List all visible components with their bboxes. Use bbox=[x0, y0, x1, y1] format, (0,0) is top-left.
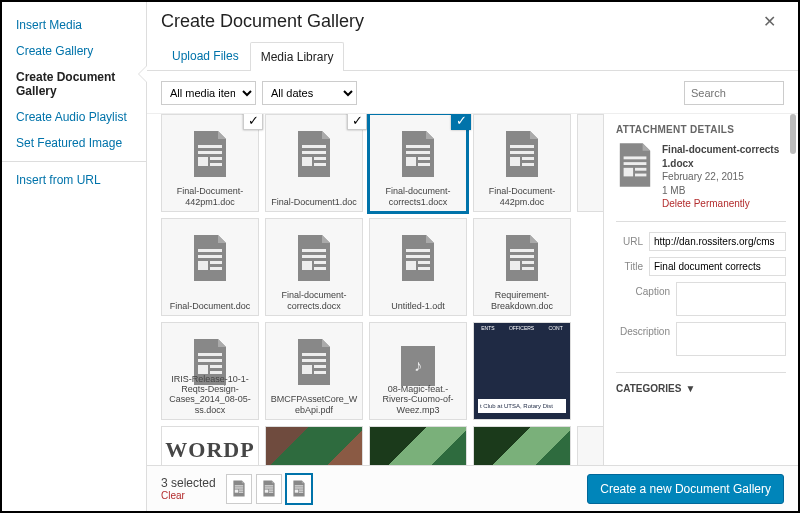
document-icon bbox=[502, 235, 542, 285]
document-icon bbox=[190, 235, 230, 285]
selection-thumb[interactable] bbox=[286, 474, 312, 504]
nav-insert-media[interactable]: Insert Media bbox=[2, 12, 146, 38]
details-scrollbar[interactable] bbox=[790, 114, 796, 154]
details-thumbnail-icon bbox=[616, 143, 654, 187]
document-icon bbox=[502, 131, 542, 181]
check-icon[interactable]: ✓ bbox=[347, 114, 367, 130]
title-field[interactable] bbox=[649, 257, 786, 276]
media-modal: Insert Media Create Gallery Create Docum… bbox=[2, 2, 798, 511]
attachment-thumb[interactable]: Final-Document1.doc✓ bbox=[265, 114, 363, 212]
nav-create-document-gallery[interactable]: Create Document Gallery bbox=[2, 64, 146, 104]
document-icon bbox=[294, 235, 334, 285]
url-label: URL bbox=[616, 232, 643, 247]
attachment-thumb[interactable]: ✓ bbox=[577, 114, 603, 212]
nav-create-audio-playlist[interactable]: Create Audio Playlist bbox=[2, 104, 146, 130]
attachment-thumb[interactable]: IRIS-Release-10-1-Reqts-Design-Cases_201… bbox=[161, 322, 259, 420]
title-label: Title bbox=[616, 257, 643, 272]
attachment-thumb[interactable]: Final-document-corrects1.docx✓ bbox=[369, 114, 467, 212]
attachment-thumb[interactable]: Final-Document.doc✓ bbox=[161, 218, 259, 316]
document-icon bbox=[294, 339, 334, 389]
attachment-thumb[interactable]: <>✓ bbox=[577, 426, 603, 465]
page-title: Create Document Gallery bbox=[161, 11, 755, 32]
tab-media-library[interactable]: Media Library bbox=[250, 42, 345, 71]
attachment-thumb[interactable]: Final-Document-442pm1.doc✓ bbox=[161, 114, 259, 212]
attachment-thumb[interactable]: BMCFPAssetCore_WebApi.pdf✓ bbox=[265, 322, 363, 420]
nav-separator bbox=[2, 161, 146, 162]
nav-create-gallery[interactable]: Create Gallery bbox=[2, 38, 146, 64]
create-document-gallery-button[interactable]: Create a new Document Gallery bbox=[587, 474, 784, 504]
image-thumb: ENTSOFFICERSCONTt Club at UTSA, Rotary D… bbox=[474, 323, 570, 419]
filter-media-type[interactable]: All media items bbox=[161, 81, 256, 105]
nav-insert-from-url[interactable]: Insert from URL bbox=[2, 167, 146, 193]
filter-date[interactable]: All dates bbox=[262, 81, 357, 105]
image-thumb bbox=[474, 427, 570, 465]
selection-thumb[interactable] bbox=[226, 474, 252, 504]
audio-icon bbox=[401, 346, 435, 386]
wordpress-logo: WORDP bbox=[165, 437, 254, 463]
attachment-thumb[interactable]: Untitled-1.odt✓ bbox=[369, 218, 467, 316]
details-date: February 22, 2015 bbox=[662, 170, 786, 184]
selection-count: 3 selected bbox=[161, 476, 216, 490]
thumb-filename: BMCFPAssetCore_WebApi.pdf bbox=[270, 394, 358, 415]
attachment-details: ATTACHMENT DETAILS Final-document-correc… bbox=[603, 114, 798, 465]
document-icon bbox=[292, 480, 306, 497]
thumb-filename: 08-Magic-feat.-Rivers-Cuomo-of-Weez.mp3 bbox=[374, 384, 462, 415]
selection-thumb[interactable] bbox=[256, 474, 282, 504]
thumb-filename: Final-Document-442pm.doc bbox=[478, 186, 566, 207]
attachment-thumb[interactable]: ✓ bbox=[369, 426, 467, 465]
description-field[interactable] bbox=[676, 322, 786, 356]
attachment-thumb[interactable]: Final-document-corrects.docx✓ bbox=[265, 218, 363, 316]
thumb-filename: Requirement-Breakdown.doc bbox=[478, 290, 566, 311]
categories-toggle[interactable]: CATEGORIES▼ bbox=[616, 372, 786, 394]
tab-upload-files[interactable]: Upload Files bbox=[161, 41, 250, 70]
thumb-filename: Final-Document-442pm1.doc bbox=[166, 186, 254, 207]
thumb-filename: Final-document-corrects.docx bbox=[270, 290, 358, 311]
document-icon bbox=[398, 235, 438, 285]
clear-selection-link[interactable]: Clear bbox=[161, 490, 216, 501]
document-icon bbox=[232, 480, 246, 497]
caption-field[interactable] bbox=[676, 282, 786, 316]
document-icon bbox=[294, 131, 334, 181]
caption-label: Caption bbox=[616, 282, 670, 297]
media-frame-menu: Insert Media Create Gallery Create Docum… bbox=[2, 2, 147, 511]
thumb-filename: Final-document-corrects1.docx bbox=[374, 186, 462, 207]
nav-set-featured-image[interactable]: Set Featured Image bbox=[2, 130, 146, 156]
thumb-filename: IRIS-Release-10-1-Reqts-Design-Cases_201… bbox=[166, 374, 254, 415]
attachments-grid[interactable]: Final-Document-442pm1.doc✓Final-Document… bbox=[147, 114, 603, 465]
document-icon bbox=[190, 131, 230, 181]
thumb-filename: Final-Document.doc bbox=[166, 301, 254, 311]
attachments-toolbar: All media items All dates bbox=[147, 71, 798, 113]
details-filename: Final-document-corrects1.docx bbox=[662, 143, 786, 170]
thumb-filename: Final-Document1.doc bbox=[270, 197, 358, 207]
media-tabs: Upload Files Media Library bbox=[147, 41, 798, 71]
delete-permanently-link[interactable]: Delete Permanently bbox=[662, 197, 786, 211]
description-label: Description bbox=[616, 322, 670, 337]
document-icon bbox=[398, 131, 438, 181]
attachment-thumb[interactable]: Requirement-Breakdown.doc✓ bbox=[473, 218, 571, 316]
details-size: 1 MB bbox=[662, 184, 786, 198]
check-icon[interactable]: ✓ bbox=[243, 114, 263, 130]
search-input[interactable] bbox=[684, 81, 784, 105]
check-icon[interactable]: ✓ bbox=[451, 114, 471, 130]
image-thumb bbox=[370, 427, 466, 465]
thumb-filename: Untitled-1.odt bbox=[374, 301, 462, 311]
attachment-thumb[interactable]: ✓ bbox=[473, 426, 571, 465]
close-icon[interactable]: ✕ bbox=[755, 8, 784, 35]
document-icon bbox=[262, 480, 276, 497]
attachment-thumb[interactable]: Final-Document-442pm.doc✓ bbox=[473, 114, 571, 212]
selection-thumbnails bbox=[226, 474, 312, 504]
chevron-down-icon: ▼ bbox=[685, 383, 695, 394]
attachment-thumb[interactable]: 08-Magic-feat.-Rivers-Cuomo-of-Weez.mp3✓ bbox=[369, 322, 467, 420]
attachment-thumb[interactable]: WORDP✓ bbox=[161, 426, 259, 465]
attachment-thumb[interactable]: ✓ bbox=[265, 426, 363, 465]
details-heading: ATTACHMENT DETAILS bbox=[616, 124, 786, 135]
media-toolbar: 3 selected Clear Create a new Document G… bbox=[147, 465, 798, 511]
attachment-thumb[interactable]: ENTSOFFICERSCONTt Club at UTSA, Rotary D… bbox=[473, 322, 571, 420]
image-thumb bbox=[266, 427, 362, 465]
url-field[interactable] bbox=[649, 232, 786, 251]
